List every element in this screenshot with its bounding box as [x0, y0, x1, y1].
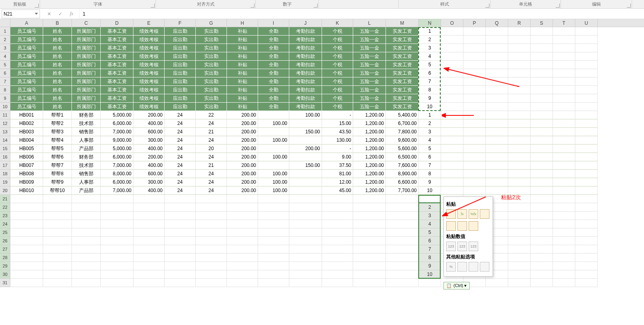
- cell-F8[interactable]: 应出勤: [165, 86, 196, 94]
- cell-K2[interactable]: 个税: [322, 36, 353, 44]
- cell-S10[interactable]: [531, 103, 553, 111]
- cell-J11[interactable]: 100.00: [289, 111, 322, 119]
- cell-S12[interactable]: [531, 119, 553, 128]
- cell-U11[interactable]: [575, 111, 598, 119]
- cell-I27[interactable]: [258, 245, 289, 254]
- cell-T4[interactable]: [553, 52, 575, 61]
- row-header-22[interactable]: 22: [0, 203, 10, 212]
- cell-U24[interactable]: [575, 220, 598, 228]
- cell-K9[interactable]: 个税: [322, 94, 353, 103]
- cell-R12[interactable]: [508, 119, 531, 128]
- cell-F27[interactable]: [165, 245, 196, 254]
- row-header-15[interactable]: 15: [0, 145, 10, 153]
- cell-M1[interactable]: 实发工资: [386, 27, 419, 36]
- cell-Q3[interactable]: [486, 44, 508, 52]
- cell-O18[interactable]: [441, 170, 463, 178]
- cell-H8[interactable]: 补贴: [227, 86, 258, 94]
- cell-G14[interactable]: 24: [196, 136, 227, 145]
- cell-R6[interactable]: [508, 69, 531, 77]
- cell-Q4[interactable]: [486, 52, 508, 61]
- cell-T31[interactable]: [553, 279, 575, 287]
- cell-Q13[interactable]: [486, 128, 508, 136]
- cell-R18[interactable]: [508, 170, 531, 178]
- cell-H19[interactable]: 200.00: [227, 178, 258, 186]
- column-header-D[interactable]: D: [101, 19, 133, 27]
- cell-K26[interactable]: [322, 237, 353, 245]
- column-header-C[interactable]: C: [72, 19, 101, 27]
- cell-D29[interactable]: [101, 262, 133, 270]
- cell-U17[interactable]: [575, 161, 598, 170]
- cell-E6[interactable]: 绩效考核: [133, 69, 165, 77]
- cell-E1[interactable]: 绩效考核: [133, 27, 165, 36]
- cell-I18[interactable]: 100.00: [258, 170, 289, 178]
- cell-A17[interactable]: HB007: [10, 161, 43, 170]
- cell-L8[interactable]: 五险一金: [353, 86, 386, 94]
- cell-D15[interactable]: 5,000.00: [101, 145, 133, 153]
- cell-U25[interactable]: [575, 228, 598, 237]
- cell-J2[interactable]: 考勤扣款: [289, 36, 322, 44]
- cell-H30[interactable]: [227, 270, 258, 279]
- column-header-J[interactable]: J: [289, 19, 322, 27]
- column-header-A[interactable]: A: [10, 19, 43, 27]
- cell-A1[interactable]: 员工编号: [10, 27, 43, 36]
- cell-F20[interactable]: 24: [165, 186, 196, 195]
- cell-R14[interactable]: [508, 136, 531, 145]
- cell-C24[interactable]: [72, 220, 101, 228]
- cell-S24[interactable]: [531, 220, 553, 228]
- cell-L29[interactable]: [353, 262, 386, 270]
- cell-F9[interactable]: 应出勤: [165, 94, 196, 103]
- cell-B1[interactable]: 姓名: [43, 27, 72, 36]
- cell-T23[interactable]: [553, 212, 575, 220]
- cell-M11[interactable]: 5,400.00: [386, 111, 419, 119]
- cell-E10[interactable]: 绩效考核: [133, 103, 165, 111]
- cell-C4[interactable]: 所属部门: [72, 52, 101, 61]
- cell-N1[interactable]: 1: [419, 27, 441, 36]
- cell-G27[interactable]: [196, 245, 227, 254]
- cell-B2[interactable]: 姓名: [43, 36, 72, 44]
- cell-M13[interactable]: 7,800.00: [386, 128, 419, 136]
- cell-G11[interactable]: 22: [196, 111, 227, 119]
- cell-A22[interactable]: [10, 203, 43, 212]
- paste-option-icon[interactable]: 123: [457, 242, 467, 251]
- cell-A4[interactable]: 员工编号: [10, 52, 43, 61]
- cell-B13[interactable]: 帮帮3: [43, 128, 72, 136]
- row-header-1[interactable]: 1: [0, 27, 10, 36]
- cell-R20[interactable]: [508, 186, 531, 195]
- cell-J28[interactable]: [289, 254, 322, 262]
- cell-I1[interactable]: 全勤: [258, 27, 289, 36]
- cell-D21[interactable]: [101, 195, 133, 203]
- cell-H22[interactable]: [227, 203, 258, 212]
- column-header-E[interactable]: E: [133, 19, 165, 27]
- cell-D10[interactable]: 基本工资: [101, 103, 133, 111]
- cell-I13[interactable]: [258, 128, 289, 136]
- cell-L24[interactable]: [353, 220, 386, 228]
- ribbon-group-2[interactable]: 对齐方式: [156, 0, 256, 8]
- cell-S19[interactable]: [531, 178, 553, 186]
- formula-input[interactable]: 1: [79, 9, 644, 19]
- cell-C7[interactable]: 所属部门: [72, 77, 101, 86]
- cell-G8[interactable]: 实出勤: [196, 86, 227, 94]
- cell-A25[interactable]: [10, 228, 43, 237]
- paste-option-icon[interactable]: 123: [446, 242, 456, 251]
- cell-P16[interactable]: [463, 153, 486, 161]
- cell-O11[interactable]: [441, 111, 463, 119]
- cell-K3[interactable]: 个税: [322, 44, 353, 52]
- cell-E20[interactable]: 400.00: [133, 186, 165, 195]
- cell-A9[interactable]: 员工编号: [10, 94, 43, 103]
- cell-M19[interactable]: 6,600.00: [386, 178, 419, 186]
- cell-P20[interactable]: [463, 186, 486, 195]
- cell-G16[interactable]: 24: [196, 153, 227, 161]
- cell-H11[interactable]: 200.00: [227, 111, 258, 119]
- cell-D19[interactable]: 6,000.00: [101, 178, 133, 186]
- cell-S25[interactable]: [531, 228, 553, 237]
- cell-S4[interactable]: [531, 52, 553, 61]
- cell-I22[interactable]: [258, 203, 289, 212]
- cell-I3[interactable]: 全勤: [258, 44, 289, 52]
- cell-H24[interactable]: [227, 220, 258, 228]
- ribbon-group-0[interactable]: 剪贴板: [0, 0, 40, 8]
- cell-F24[interactable]: [165, 220, 196, 228]
- cell-G25[interactable]: [196, 228, 227, 237]
- cell-N10[interactable]: 10: [419, 103, 441, 111]
- cell-B5[interactable]: 姓名: [43, 61, 72, 69]
- cell-N13[interactable]: 3: [419, 128, 441, 136]
